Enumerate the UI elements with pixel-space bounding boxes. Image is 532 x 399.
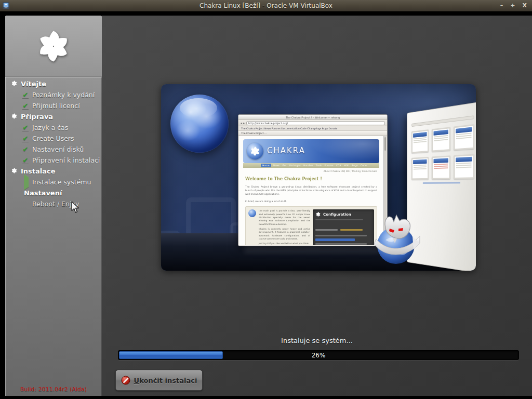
install-status-text: Instaluje se systém... — [102, 337, 532, 344]
site-brand-text: CHAKRA — [267, 146, 305, 155]
browser-window-screenshot: The Chakra Project ! - Welcome — rekonq … — [238, 114, 388, 246]
page-thumbnail — [454, 124, 474, 150]
step-label: Poznámky k vydání — [32, 91, 95, 99]
box-paragraph: the main goal is provide a fast, user-fr… — [259, 209, 310, 225]
installer-sidebar: Vítejte ✔ Poznámky k vydání ✔ Přijmutí l… — [5, 16, 102, 396]
minimize-button[interactable]: – — [500, 2, 503, 9]
nav-items: News Get Packages Bundles Tools Forums C… — [273, 164, 367, 167]
close-button[interactable]: X — [523, 2, 527, 9]
sidebar-section-nastaveni: Nastavení — [5, 188, 102, 198]
page-thumbnail — [411, 129, 429, 153]
sidebar-step-ready-to-install[interactable]: ✔ Připravení k instalaci — [5, 155, 102, 166]
play-icon — [22, 177, 29, 187]
step-label: Jazyk a čas — [32, 124, 68, 131]
sidebar-section-instalace: Instalace — [5, 166, 102, 177]
sidebar-step-install-system[interactable]: Instalace systému — [5, 177, 102, 188]
config-title: Configuration — [323, 212, 351, 217]
maximize-button[interactable]: + — [510, 2, 515, 9]
sidebar-step-release-notes[interactable]: ✔ Poznámky k vydání — [5, 89, 102, 100]
sidebar-step-create-users[interactable]: ✔ Create Users — [5, 133, 102, 144]
configuration-screenshot: Configuration — [313, 209, 374, 245]
step-label: Instalace systému — [32, 178, 91, 186]
cancel-icon — [121, 376, 130, 385]
sidebar-step-disk-setup[interactable]: ✔ Nastavení disků — [5, 144, 102, 155]
check-icon: ✔ — [22, 145, 29, 153]
browser-title: The Chakra Project ! - Welcome — rekonq — [238, 115, 387, 120]
webpage-content: CHAKRA Home News Get Packages Bundles To… — [239, 136, 383, 245]
chakra-site-banner: CHAKRA — [243, 139, 379, 163]
quit-install-button[interactable]: Ukončit instalaci — [115, 370, 203, 391]
quit-button-label: Ukončit instalaci — [134, 377, 197, 384]
step-label: Přijmutí licencí — [32, 102, 80, 110]
sidebar-section-priprava: Příprava — [5, 111, 102, 122]
chakra-section-icon — [10, 112, 18, 122]
progress-percent-label: 26% — [118, 351, 518, 360]
info-box: the main goal is provide a fast, user-fr… — [245, 206, 377, 245]
nav-home: Home — [261, 164, 271, 167]
sidebar-section-vitejte: Vítejte — [5, 78, 102, 89]
welcome-heading: Welcome to The Chakra Project ! — [245, 177, 383, 181]
chakra-site-logo — [247, 143, 263, 159]
install-progress-bar: 26% — [118, 350, 519, 360]
chakra-section-icon — [10, 166, 18, 176]
check-icon: ✔ — [22, 124, 29, 131]
page-thumbnail — [411, 157, 429, 180]
site-navbar: Home News Get Packages Bundles Tools For… — [243, 163, 379, 168]
step-list: Vítejte ✔ Poznámky k vydání ✔ Přijmutí l… — [5, 77, 102, 209]
page-thumbnail — [432, 155, 450, 179]
sidebar-step-reboot-enjoy[interactable]: Reboot / Enjoy — [5, 198, 102, 209]
section-label: Nastavení — [24, 189, 62, 197]
check-icon: ✔ — [22, 156, 29, 164]
section-label: Příprava — [21, 113, 53, 121]
intro-paragraph-2: In brief, we are doing a lot of stuff. — [245, 200, 377, 203]
intro-paragraph: The Chakra Project brings a ground-up Li… — [245, 185, 377, 196]
browser-tab: The Chakra Project ... — [238, 131, 387, 136]
page-thumbnail — [432, 127, 450, 152]
build-version-label: Build: 2011.04r2 (Aida) — [5, 386, 102, 393]
globe-graphic — [170, 95, 229, 153]
section-label: Vítejte — [21, 80, 46, 88]
page-thumbnail — [454, 154, 474, 179]
box-paragraph: Chakra is currently under heavy and acti… — [259, 228, 310, 241]
virtualbox-window: Chakra Linux [Beží] - Oracle VM VirtualB… — [0, 0, 532, 399]
step-label: Nastavení disků — [32, 145, 84, 153]
slideshow-image: The Chakra Project ! - Welcome — rekonq … — [161, 84, 476, 271]
small-globe-icon — [248, 209, 256, 217]
site-subnav: About Chakra FAQ IRC / Mailing Team Dona… — [239, 170, 377, 172]
chakra-mascot-graphic — [370, 213, 422, 267]
step-label: Připravení k instalaci — [32, 156, 100, 164]
check-icon: ✔ — [22, 135, 29, 142]
titlebar[interactable]: Chakra Linux [Beží] - Oracle VM VirtualB… — [0, 0, 532, 11]
browser-nav-arrows: ◂ ▸ — [241, 122, 245, 125]
browser-url-field: http://www.chakra-project.org/ — [246, 121, 385, 125]
sidebar-step-license[interactable]: ✔ Přijmutí licencí — [5, 100, 102, 111]
installer-main-area: The Chakra Project ! - Welcome — rekonq … — [102, 16, 532, 396]
chakra-section-icon — [10, 79, 18, 89]
check-icon: ✔ — [22, 91, 29, 99]
box-paragraph: Just try it if you like and tell us what… — [259, 242, 310, 245]
chakra-logo — [5, 16, 102, 77]
check-icon: ✔ — [22, 102, 29, 110]
step-label: Create Users — [32, 135, 74, 142]
window-title: Chakra Linux [Beží] - Oracle VM VirtualB… — [0, 2, 532, 9]
browser-bookmarks-bar: The Chakra Project News Forums Documenta… — [238, 126, 387, 131]
sidebar-step-language-time[interactable]: ✔ Jazyk a čas — [5, 122, 102, 133]
mouse-cursor — [71, 202, 81, 214]
